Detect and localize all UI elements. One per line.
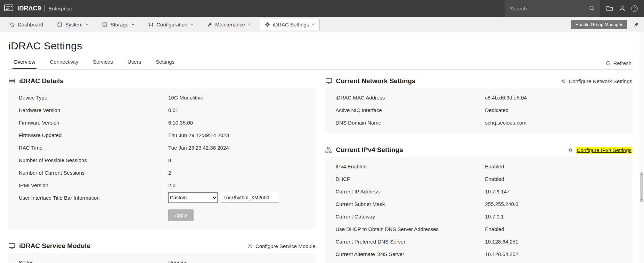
row-value: 8 [168, 157, 171, 163]
chevron-down-icon [248, 23, 251, 25]
chevron-down-icon [190, 23, 193, 25]
detail-row: IPv4 Enabled Enabled [325, 160, 633, 173]
row-label: Use DHCP to Obtain DNS Server Addresses [325, 226, 485, 232]
detail-row: Hardware Version 0.01 [8, 104, 316, 116]
detail-row: IPMI Version 2.0 [8, 179, 316, 191]
row-label: DNS Domain Name [325, 120, 485, 126]
brand-edition: Enterprise [48, 6, 72, 11]
detail-row: Firmware Version 6.10.35.00 [8, 116, 316, 129]
detail-row: Current IP Address 10.7.9.147 [325, 185, 633, 198]
folder-icon[interactable] [606, 5, 613, 12]
tab-overview[interactable]: Overview [13, 56, 36, 69]
chevron-down-icon [85, 23, 88, 25]
row-label: Current Subnet Mask [325, 201, 485, 207]
card-body: Status Running [8, 253, 316, 263]
gear-icon [561, 79, 566, 84]
server-details-icon [8, 78, 15, 85]
detail-row: DNS Domain Name schq.secious.com [325, 116, 633, 129]
row-value: Tue Jan 23 23:42:38 2024 [168, 145, 229, 151]
search-box[interactable] [505, 0, 600, 17]
top-bar-right: ? [505, 0, 644, 17]
chevron-down-icon [131, 23, 134, 25]
detail-row: Firmware Updated Thu Jun 29 12:39:14 202… [8, 129, 316, 141]
scrollbar-thumb[interactable]: ▲ ▼ [640, 172, 643, 202]
card-action-label: Configure Network Settings [569, 78, 632, 84]
row-value: 255.255.240.0 [485, 201, 519, 207]
row-value: 10.7.9.147 [485, 189, 510, 194]
row-label: RAC Time [8, 145, 168, 151]
configure-ipv4-settings-link[interactable]: Configure IPv4 Settings [568, 147, 632, 153]
wrench-icon [207, 22, 212, 27]
configure-service-module-link[interactable]: Configure Service Module [247, 243, 316, 249]
card-title: iDRAC Details [19, 77, 64, 85]
detail-row: Active NIC Interface Dedicated [325, 104, 633, 116]
detail-row: Current Alternate DNS Server 10.128.64.2… [325, 248, 633, 260]
brand: iDRAC9 Enterprise [0, 3, 72, 14]
row-value: schq.secious.com [485, 120, 527, 126]
refresh-button[interactable]: Refresh [605, 60, 632, 69]
apply-button[interactable]: Apply [168, 209, 194, 221]
search-input[interactable] [510, 5, 589, 12]
card-title: Current IPv4 Settings [336, 146, 403, 154]
user-icon[interactable] [619, 5, 626, 12]
nav-item-dashboard[interactable]: Dashboard [5, 19, 48, 30]
row-value: 6.10.35.00 [168, 120, 193, 126]
brand-name: iDRAC9 [17, 5, 41, 12]
row-label: Number of Possible Sessions [8, 157, 168, 163]
row-value: 10.128.64.251 [485, 239, 519, 245]
tab-settings[interactable]: Settings [155, 56, 176, 69]
card-title: iDRAC Service Module [19, 242, 90, 250]
card-header: Current IPv4 Settings Configure IPv4 Set… [325, 143, 633, 157]
row-value: Running [168, 260, 188, 263]
pin-icon[interactable] [633, 22, 639, 27]
nav-item-system[interactable]: System [52, 19, 93, 30]
left-column: iDRAC Details Device Type 16G Monolithic… [8, 74, 316, 263]
nav-item-label: iDRAC Settings [273, 22, 309, 27]
row-value: Thu Jun 29 12:39:14 2023 [168, 132, 229, 138]
title-bar-mode-select[interactable]: Custom [168, 192, 218, 203]
brand-divider [44, 5, 45, 12]
detail-row: Number of Current Sessions 2 [8, 166, 316, 179]
tab-users[interactable]: Users [127, 56, 142, 69]
network-settings-card: Current Network Settings Configure Netwo… [325, 74, 633, 133]
row-value: 16G Monolithic [168, 95, 203, 101]
card-body: IPv4 Enabled Enabled DHCP Enabled Curren… [325, 157, 633, 263]
card-body: iDRAC MAC Address c8:4b:d6:9d:e5:04 Acti… [325, 88, 633, 133]
tab-services[interactable]: Services [92, 56, 114, 69]
title-bar-text-input[interactable] [221, 193, 279, 202]
gear-icon [265, 22, 270, 27]
row-value: 10.128.64.252 [485, 251, 519, 257]
idrac-details-card: iDRAC Details Device Type 16G Monolithic… [8, 74, 316, 229]
card-action-label: Configure Service Module [255, 243, 316, 249]
row-label: Current Gateway [325, 214, 485, 220]
nav-item-label: Maintenance [215, 22, 245, 27]
scrollbar-track[interactable]: ▲ ▼ [639, 33, 644, 263]
row-label: Firmware Version [8, 120, 168, 126]
row-label: Device Type [8, 95, 168, 101]
row-label: Current Alternate DNS Server [325, 251, 485, 257]
configure-network-settings-link[interactable]: Configure Network Settings [561, 78, 632, 84]
detail-row: RAC Time Tue Jan 23 23:42:38 2024 [8, 141, 316, 154]
server-icon [57, 22, 62, 27]
nav-item-storage[interactable]: Storage [97, 19, 139, 30]
tab-connectivity[interactable]: Connectivity [49, 56, 80, 69]
nav-item-configuration[interactable]: Configuration [144, 19, 198, 30]
nav-item-idrac-settings[interactable]: iDRAC Settings [260, 19, 320, 30]
nav-item-label: Configuration [156, 22, 187, 27]
tabs-row: Overview Connectivity Services Users Set… [8, 56, 632, 70]
card-body: Device Type 16G Monolithic Hardware Vers… [8, 88, 316, 229]
row-label: Current Preferred DNS Server [325, 239, 485, 245]
detail-row: Current Preferred DNS Server 10.128.64.2… [325, 235, 633, 248]
enable-group-manager-button[interactable]: Enable Group Manager [571, 20, 627, 29]
page-title: iDRAC Settings [8, 40, 632, 52]
row-label: IPMI Version [8, 182, 168, 188]
help-icon[interactable]: ? [631, 5, 638, 12]
card-title: Current Network Settings [336, 77, 416, 85]
nav-item-maintenance[interactable]: Maintenance [202, 19, 256, 30]
scroll-up-icon: ▲ [640, 173, 643, 176]
row-label: Firmware Updated [8, 132, 168, 138]
search-icon[interactable] [589, 5, 595, 11]
row-value: Enabled [485, 164, 504, 169]
apply-row: Apply [168, 204, 316, 225]
row-value: 2.0 [168, 182, 176, 188]
